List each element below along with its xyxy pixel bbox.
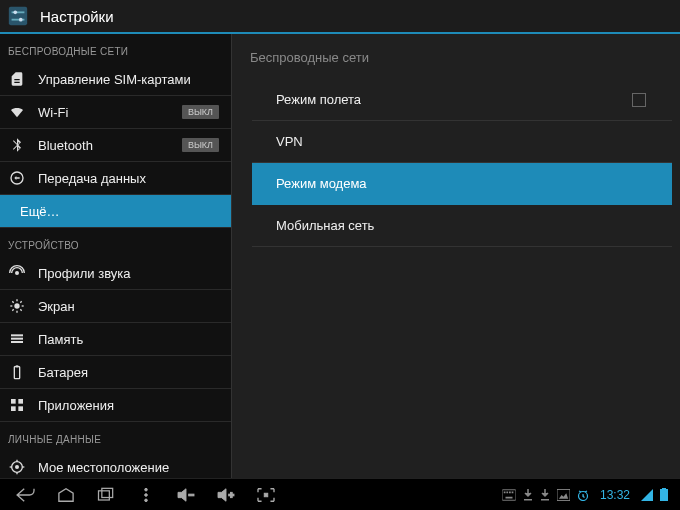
sidebar-item-bluetooth[interactable]: Bluetooth ВЫКЛ	[0, 129, 231, 162]
picture-icon	[557, 489, 570, 501]
svg-line-14	[12, 309, 13, 310]
sim-icon	[8, 70, 26, 88]
svg-rect-23	[11, 406, 16, 411]
sidebar-item-label: Ещё…	[20, 204, 223, 219]
settings-screen: Настройки БЕСПРОВОДНЫЕ СЕТИ Управление S…	[0, 0, 680, 510]
sidebar-item-audio[interactable]: Профили звука	[0, 257, 231, 290]
keyboard-icon	[502, 489, 516, 501]
sidebar-item-storage[interactable]: Память	[0, 323, 231, 356]
sidebar-item-label: Профили звука	[38, 266, 223, 281]
svg-rect-24	[18, 406, 23, 411]
pane-item-mobile[interactable]: Мобильная сеть	[252, 205, 672, 247]
sidebar-item-label: Управление SIM-картами	[38, 72, 223, 87]
nav-back-button[interactable]	[6, 479, 46, 511]
nav-screenshot-button[interactable]	[246, 479, 286, 511]
signal-icon	[641, 489, 653, 501]
svg-rect-32	[102, 488, 113, 497]
svg-line-15	[20, 301, 21, 302]
pane-item-vpn[interactable]: VPN	[252, 121, 672, 163]
sidebar-item-display[interactable]: Экран	[0, 290, 231, 323]
svg-rect-0	[9, 7, 27, 25]
pane-item-airplane[interactable]: Режим полета	[252, 79, 672, 121]
svg-rect-22	[18, 399, 23, 404]
sidebar-item-label: Батарея	[38, 365, 223, 380]
svg-rect-45	[505, 496, 512, 498]
svg-rect-40	[502, 489, 516, 500]
sidebar-item-more[interactable]: Ещё…	[0, 195, 231, 228]
pane-item-label: Режим модема	[276, 176, 648, 191]
svg-rect-41	[504, 491, 506, 493]
airplane-checkbox[interactable]	[632, 93, 646, 107]
content-row: БЕСПРОВОДНЫЕ СЕТИ Управление SIM-картами…	[0, 34, 680, 478]
svg-rect-38	[230, 492, 232, 497]
sidebar-item-label: Экран	[38, 299, 223, 314]
svg-point-7	[14, 303, 19, 308]
location-icon	[8, 458, 26, 476]
svg-line-12	[12, 301, 13, 302]
bluetooth-state-pill[interactable]: ВЫКЛ	[182, 138, 219, 152]
status-time: 13:32	[600, 488, 630, 502]
storage-icon	[8, 330, 26, 348]
nav-volume-down-button[interactable]	[166, 479, 206, 511]
download-icon	[540, 489, 550, 501]
svg-point-35	[145, 499, 148, 502]
sidebar-item-label: Передача данных	[38, 171, 223, 186]
settings-icon	[6, 4, 30, 28]
pane-item-label: Мобильная сеть	[276, 218, 648, 233]
svg-rect-17	[11, 338, 23, 340]
pane-item-tether[interactable]: Режим модема	[252, 163, 672, 205]
pane-item-label: Режим полета	[276, 92, 632, 107]
nav-bar: 13:32	[0, 478, 680, 510]
svg-point-6	[15, 271, 19, 275]
svg-point-34	[145, 493, 148, 496]
svg-rect-47	[541, 499, 549, 501]
sidebar-item-battery[interactable]: Батарея	[0, 356, 231, 389]
svg-rect-42	[506, 491, 508, 493]
nav-home-button[interactable]	[46, 479, 86, 511]
apps-icon	[8, 396, 26, 414]
sidebar-item-label: Мое местоположение	[38, 460, 223, 475]
sidebar-item-sim[interactable]: Управление SIM-картами	[0, 63, 231, 96]
sidebar-item-label: Приложения	[38, 398, 223, 413]
svg-rect-48	[557, 489, 570, 500]
header-bar: Настройки	[0, 0, 680, 34]
sidebar-item-data[interactable]: Передача данных	[0, 162, 231, 195]
sidebar-item-label: Wi-Fi	[38, 105, 182, 120]
status-tray[interactable]: 13:32	[502, 488, 674, 502]
wifi-state-pill[interactable]: ВЫКЛ	[182, 105, 219, 119]
sidebar: БЕСПРОВОДНЫЕ СЕТИ Управление SIM-картами…	[0, 34, 232, 478]
battery-status-icon	[660, 488, 668, 501]
svg-point-25	[15, 465, 19, 469]
svg-point-4	[19, 18, 23, 22]
nav-volume-up-button[interactable]	[206, 479, 246, 511]
sidebar-item-location[interactable]: Мое местоположение	[0, 451, 231, 478]
battery-icon	[8, 363, 26, 381]
svg-rect-19	[14, 367, 19, 379]
svg-rect-39	[264, 493, 268, 497]
wifi-icon	[8, 103, 26, 121]
svg-rect-18	[11, 341, 23, 343]
svg-rect-51	[662, 488, 666, 490]
sidebar-item-label: Память	[38, 332, 223, 347]
alarm-icon	[577, 489, 589, 501]
nav-menu-button[interactable]	[126, 479, 166, 511]
svg-rect-46	[524, 499, 532, 501]
detail-pane: Беспроводные сети Режим полета VPN Режим…	[232, 34, 680, 478]
svg-point-3	[13, 11, 17, 15]
section-wireless-label: БЕСПРОВОДНЫЕ СЕТИ	[0, 34, 231, 63]
audio-icon	[8, 264, 26, 282]
sidebar-item-apps[interactable]: Приложения	[0, 389, 231, 422]
sidebar-item-label: Bluetooth	[38, 138, 182, 153]
section-device-label: УСТРОЙСТВО	[0, 228, 231, 257]
svg-rect-16	[11, 334, 23, 336]
pane-item-label: VPN	[276, 134, 648, 149]
nav-recent-button[interactable]	[86, 479, 126, 511]
data-icon	[8, 169, 26, 187]
svg-line-13	[20, 309, 21, 310]
sidebar-item-wifi[interactable]: Wi-Fi ВЫКЛ	[0, 96, 231, 129]
svg-rect-44	[512, 491, 514, 493]
section-personal-label: ЛИЧНЫЕ ДАННЫЕ	[0, 422, 231, 451]
svg-rect-36	[189, 494, 194, 496]
svg-rect-50	[660, 489, 668, 501]
display-icon	[8, 297, 26, 315]
